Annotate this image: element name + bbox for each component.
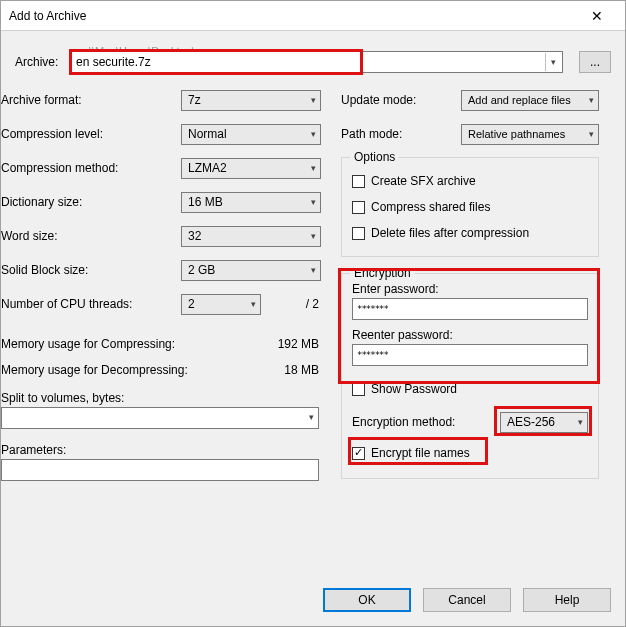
encryption-method-label: Encryption method: bbox=[352, 415, 455, 429]
archive-format-label: Archive format: bbox=[1, 93, 181, 107]
compress-shared-label: Compress shared files bbox=[371, 200, 490, 214]
archive-name-input[interactable] bbox=[71, 51, 563, 73]
add-to-archive-dialog: Add to Archive ✕ \\Mac\Home\Desktop\ Arc… bbox=[0, 0, 626, 627]
mem-compress-value: 192 MB bbox=[278, 337, 331, 351]
chevron-down-icon: ▾ bbox=[311, 197, 316, 207]
chevron-down-icon[interactable]: ▾ bbox=[545, 53, 561, 71]
compression-method-label: Compression method: bbox=[1, 161, 181, 175]
chevron-down-icon: ▾ bbox=[251, 299, 256, 309]
word-size-select[interactable]: 32▾ bbox=[181, 226, 321, 247]
compression-method-select[interactable]: LZMA2▾ bbox=[181, 158, 321, 179]
solid-block-size-label: Solid Block size: bbox=[1, 263, 181, 277]
options-legend: Options bbox=[350, 150, 399, 164]
enter-password-label: Enter password: bbox=[352, 282, 588, 296]
ok-button[interactable]: OK bbox=[323, 588, 411, 612]
chevron-down-icon: ▾ bbox=[589, 129, 594, 139]
reenter-password-input[interactable] bbox=[352, 344, 588, 366]
archive-format-select[interactable]: 7z▾ bbox=[181, 90, 321, 111]
compression-level-select[interactable]: Normal▾ bbox=[181, 124, 321, 145]
chevron-down-icon: ▾ bbox=[578, 417, 583, 427]
enter-password-input[interactable] bbox=[352, 298, 588, 320]
cpu-threads-label: Number of CPU threads: bbox=[1, 297, 181, 311]
dictionary-size-select[interactable]: 16 MB▾ bbox=[181, 192, 321, 213]
reenter-password-label: Reenter password: bbox=[352, 328, 588, 342]
window-title: Add to Archive bbox=[9, 9, 86, 23]
encryption-legend: Encryption bbox=[350, 266, 415, 280]
mem-decompress-value: 18 MB bbox=[284, 363, 331, 377]
delete-after-label: Delete files after compression bbox=[371, 226, 529, 240]
chevron-down-icon: ▾ bbox=[311, 95, 316, 105]
compression-level-label: Compression level: bbox=[1, 127, 181, 141]
chevron-down-icon: ▾ bbox=[311, 163, 316, 173]
parameters-label: Parameters: bbox=[1, 443, 331, 457]
cpu-threads-max: / 2 bbox=[306, 297, 331, 311]
split-volumes-select[interactable]: ▾ bbox=[1, 407, 319, 429]
chevron-down-icon: ▾ bbox=[311, 129, 316, 139]
cancel-button[interactable]: Cancel bbox=[423, 588, 511, 612]
sfx-label: Create SFX archive bbox=[371, 174, 476, 188]
titlebar: Add to Archive ✕ bbox=[1, 1, 625, 31]
encryption-group: Encryption Enter password: Reenter passw… bbox=[341, 273, 599, 479]
help-button[interactable]: Help bbox=[523, 588, 611, 612]
chevron-down-icon: ▾ bbox=[589, 95, 594, 105]
compress-shared-checkbox[interactable] bbox=[352, 201, 365, 214]
parameters-input[interactable] bbox=[1, 459, 319, 481]
encrypt-file-names-checkbox[interactable] bbox=[352, 447, 365, 460]
word-size-label: Word size: bbox=[1, 229, 181, 243]
path-mode-select[interactable]: Relative pathnames▾ bbox=[461, 124, 599, 145]
update-mode-label: Update mode: bbox=[341, 93, 461, 107]
update-mode-select[interactable]: Add and replace files▾ bbox=[461, 90, 599, 111]
chevron-down-icon: ▾ bbox=[311, 231, 316, 241]
encrypt-file-names-label: Encrypt file names bbox=[371, 446, 470, 460]
chevron-down-icon: ▾ bbox=[309, 412, 314, 422]
show-password-label: Show Password bbox=[371, 382, 457, 396]
sfx-checkbox[interactable] bbox=[352, 175, 365, 188]
options-group: Options Create SFX archive Compress shar… bbox=[341, 157, 599, 257]
path-mode-label: Path mode: bbox=[341, 127, 461, 141]
mem-decompress-label: Memory usage for Decompressing: bbox=[1, 363, 188, 377]
show-password-checkbox[interactable] bbox=[352, 383, 365, 396]
chevron-down-icon: ▾ bbox=[311, 265, 316, 275]
encryption-method-select[interactable]: AES-256▾ bbox=[500, 412, 588, 433]
delete-after-checkbox[interactable] bbox=[352, 227, 365, 240]
dictionary-size-label: Dictionary size: bbox=[1, 195, 181, 209]
split-volumes-label: Split to volumes, bytes: bbox=[1, 391, 331, 405]
browse-button[interactable]: ... bbox=[579, 51, 611, 73]
solid-block-size-select[interactable]: 2 GB▾ bbox=[181, 260, 321, 281]
archive-label: Archive: bbox=[15, 55, 58, 69]
cpu-threads-select[interactable]: 2▾ bbox=[181, 294, 261, 315]
mem-compress-label: Memory usage for Compressing: bbox=[1, 337, 175, 351]
close-icon[interactable]: ✕ bbox=[577, 8, 617, 24]
